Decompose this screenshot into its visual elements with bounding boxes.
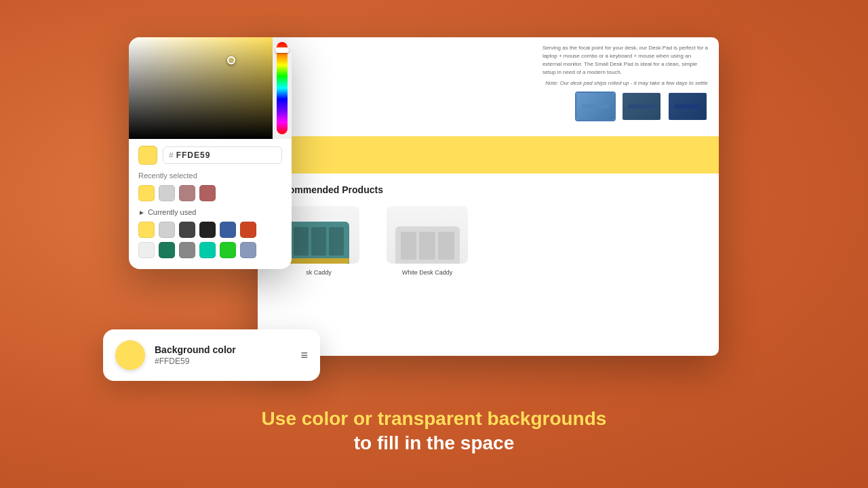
picker-controls: # Recently selected ► Currently used [129, 139, 292, 258]
current-color-swatch [138, 146, 157, 165]
used-swatch-11[interactable] [240, 242, 256, 258]
product-description: Serving as the focal point for your desk… [542, 44, 708, 77]
used-swatch-3[interactable] [199, 222, 216, 238]
recommended-title: Recommended Products [271, 184, 705, 195]
currently-used-swatches-row2 [138, 242, 282, 258]
hex-input[interactable] [176, 150, 276, 160]
used-swatch-1[interactable] [159, 222, 175, 238]
bottom-cta: Use color or transparent backgrounds to … [0, 408, 868, 454]
chevron-icon: ► [138, 209, 145, 216]
tooltip-value: #FFDE59 [155, 357, 291, 366]
hex-input-wrapper[interactable]: # [163, 146, 282, 164]
hue-slider-track[interactable] [273, 37, 292, 139]
used-swatch-9[interactable] [199, 242, 216, 258]
bottom-text-line2: to fill in the space [0, 432, 868, 454]
hue-thumb[interactable] [275, 47, 289, 53]
recently-selected-swatches [138, 185, 282, 201]
color-picker-panel: # Recently selected ► Currently used [129, 37, 292, 269]
used-swatch-10[interactable] [220, 242, 236, 258]
recommended-section: Recommended Products sk Caddy [258, 174, 719, 287]
tooltip-card: Background color #FFDE59 ≡ [103, 329, 320, 381]
hash-symbol: # [169, 150, 174, 160]
used-swatch-5[interactable] [240, 222, 256, 238]
recent-swatch-1[interactable] [159, 185, 175, 201]
tooltip-title: Background color [155, 344, 291, 355]
thumbnail-2[interactable] [621, 92, 662, 121]
product-note: Note: Our desk pad ships rolled up - it … [545, 79, 708, 87]
recent-swatch-3[interactable] [199, 185, 216, 201]
products-row: sk Caddy White Desk Caddy [271, 206, 705, 276]
gradient-cursor[interactable] [227, 56, 235, 64]
tooltip-color-circle [115, 340, 145, 370]
currently-used-header[interactable]: ► Currently used [138, 208, 282, 216]
used-swatch-7[interactable] [159, 242, 175, 258]
product-image-2 [387, 206, 468, 264]
currently-used-swatches [138, 222, 282, 238]
recently-selected-label: Recently selected [138, 171, 282, 180]
product-card-2: White Desk Caddy [380, 206, 475, 276]
product-name-1: sk Caddy [306, 269, 332, 276]
product-name-2: White Desk Caddy [402, 269, 453, 276]
recent-swatch-2[interactable] [179, 185, 195, 201]
color-gradient-area[interactable] [129, 37, 292, 139]
tooltip-icon[interactable]: ≡ [300, 348, 308, 363]
yellow-banner [258, 136, 719, 174]
recent-swatch-0[interactable] [138, 185, 155, 201]
tooltip-text: Background color #FFDE59 [155, 344, 291, 366]
thumbnail-row [258, 92, 719, 128]
used-swatch-8[interactable] [179, 242, 195, 258]
used-swatch-4[interactable] [220, 222, 236, 238]
used-swatch-2[interactable] [179, 222, 195, 238]
used-swatch-6[interactable] [138, 242, 155, 258]
color-hex-row: # [138, 146, 282, 165]
thumbnail-3[interactable] [667, 92, 708, 121]
thumbnail-1[interactable] [575, 92, 616, 121]
browser-mockup: Serving as the focal point for your desk… [258, 37, 719, 356]
currently-used-label: Currently used [148, 208, 197, 216]
hue-slider[interactable] [277, 42, 288, 134]
bottom-text-line1: Use color or transparent backgrounds [0, 408, 868, 430]
used-swatch-0[interactable] [138, 222, 155, 238]
